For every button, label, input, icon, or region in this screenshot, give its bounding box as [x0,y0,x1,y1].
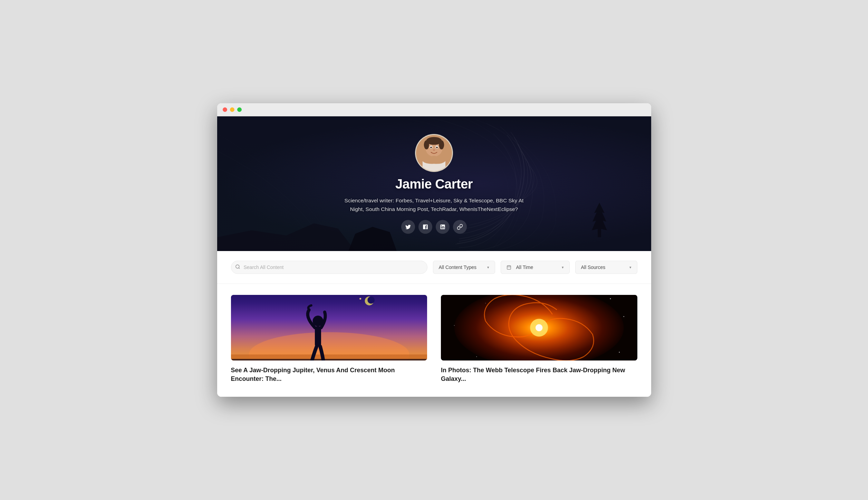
search-icon [235,264,240,270]
browser-chrome [217,103,651,116]
article-grid: See A Jaw-Dropping Jupiter, Venus And Cr… [231,295,637,383]
filter-bar: All Content Types ▾ All Time ▾ All Sourc… [217,251,651,284]
author-avatar [415,134,453,172]
chevron-down-icon: ▾ [629,265,631,270]
svg-point-32 [619,352,620,353]
content-type-dropdown[interactable]: All Content Types ▾ [433,261,495,274]
article-image [441,295,637,360]
content-type-label: All Content Types [439,265,476,270]
svg-point-8 [436,146,438,148]
svg-point-34 [623,316,624,317]
svg-point-20 [367,297,375,304]
hero-content: Jamie Carter Science/travel writer: Forb… [337,134,531,234]
linkedin-button[interactable] [436,220,450,234]
article-thumbnail [231,295,427,360]
chevron-down-icon: ▾ [487,265,489,270]
svg-rect-12 [507,266,511,270]
svg-rect-10 [432,156,436,162]
time-filter-dropdown[interactable]: All Time ▾ [501,261,570,274]
hero-section: Jamie Carter Science/travel writer: Forb… [217,116,651,251]
browser-window: Jamie Carter Science/travel writer: Forb… [217,103,651,397]
svg-point-9 [433,150,435,151]
chevron-down-icon: ▾ [562,265,564,270]
time-filter-label: All Time [507,265,533,270]
article-card[interactable]: In Photos: The Webb Telescope Fires Back… [441,295,637,383]
article-image [231,295,427,360]
svg-point-7 [430,146,432,148]
svg-point-11 [235,265,239,268]
svg-point-33 [454,325,455,326]
svg-point-21 [359,298,361,300]
content-area: See A Jaw-Dropping Jupiter, Venus And Cr… [217,284,651,397]
svg-rect-23 [315,326,321,346]
author-name: Jamie Carter [395,177,473,192]
sources-dropdown[interactable]: All Sources ▾ [575,261,637,274]
svg-point-35 [485,303,486,304]
article-title[interactable]: In Photos: The Webb Telescope Fires Back… [441,366,637,383]
svg-point-28 [536,324,543,331]
article-title[interactable]: See A Jaw-Dropping Jupiter, Venus And Cr… [231,366,427,383]
svg-point-4 [439,140,444,149]
svg-rect-24 [231,359,427,361]
maximize-button[interactable] [237,107,242,112]
author-bio: Science/travel writer: Forbes, Travel+Le… [337,196,531,214]
website-link-button[interactable] [453,220,467,234]
twitter-button[interactable] [401,220,415,234]
close-button[interactable] [223,107,227,112]
svg-point-3 [424,140,429,149]
svg-point-30 [610,298,611,299]
facebook-button[interactable] [418,220,432,234]
search-wrapper [231,261,427,274]
sources-label: All Sources [581,265,606,270]
tree-silhouette [589,203,610,237]
social-links [401,220,467,234]
article-thumbnail [441,295,637,360]
minimize-button[interactable] [230,107,234,112]
svg-point-31 [476,356,477,357]
article-card[interactable]: See A Jaw-Dropping Jupiter, Venus And Cr… [231,295,427,383]
avatar-image [416,135,452,171]
search-input[interactable] [231,261,427,274]
